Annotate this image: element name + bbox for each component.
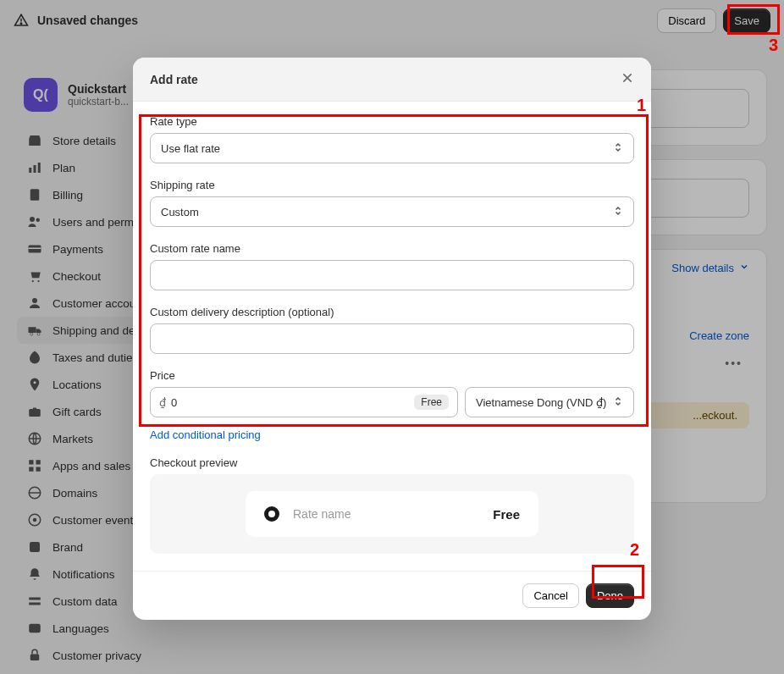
price-row: ₫ 0 Free Vietnamese Dong (VND ₫) (150, 387, 634, 417)
price-input[interactable]: ₫ 0 Free (150, 387, 458, 417)
add-conditional-pricing-link[interactable]: Add conditional pricing (150, 428, 261, 441)
delivery-desc-group: Custom delivery description (optional) (150, 306, 634, 354)
custom-name-group: Custom rate name (150, 242, 634, 290)
price-group: Price ₫ 0 Free Vietnamese Dong (VND ₫) A… (150, 369, 634, 441)
rate-type-label: Rate type (150, 115, 634, 128)
shipping-rate-group: Shipping rate Custom (150, 179, 634, 227)
chevron-updown-icon (613, 205, 623, 219)
delivery-desc-label: Custom delivery description (optional) (150, 306, 634, 318)
modal-header: Add rate (133, 58, 651, 102)
shipping-rate-select[interactable]: Custom (150, 196, 634, 227)
rate-type-select[interactable]: Use flat rate (150, 133, 634, 163)
preview-group: Checkout preview Rate name Free (150, 456, 634, 554)
shipping-rate-label: Shipping rate (150, 179, 634, 191)
done-button[interactable]: Done (586, 583, 634, 608)
close-icon[interactable] (621, 71, 634, 87)
radio-icon (264, 506, 279, 522)
preview-pane: Rate name Free (150, 474, 634, 554)
modal-title: Add rate (150, 73, 198, 86)
preview-rate-name: Rate name (293, 507, 479, 521)
currency-select[interactable]: Vietnamese Dong (VND ₫) (465, 387, 634, 417)
modal-footer: Cancel Done (133, 571, 651, 620)
currency-symbol: ₫ (159, 396, 166, 409)
rate-type-group: Rate type Use flat rate (150, 115, 634, 163)
custom-name-input[interactable] (150, 260, 634, 290)
cancel-button[interactable]: Cancel (522, 583, 578, 608)
add-rate-modal: Add rate Rate type Use flat rate Shippin… (133, 58, 651, 620)
price-label: Price (150, 369, 634, 382)
chevron-updown-icon (613, 141, 623, 156)
custom-name-label: Custom rate name (150, 242, 634, 255)
free-badge: Free (414, 395, 449, 410)
preview-card: Rate name Free (246, 491, 538, 537)
preview-label: Checkout preview (150, 456, 634, 469)
price-value: 0 (171, 396, 414, 409)
chevron-updown-icon (613, 395, 623, 410)
modal-body: Rate type Use flat rate Shipping rate Cu… (133, 102, 651, 571)
preview-price: Free (493, 507, 520, 522)
delivery-desc-input[interactable] (150, 323, 634, 354)
